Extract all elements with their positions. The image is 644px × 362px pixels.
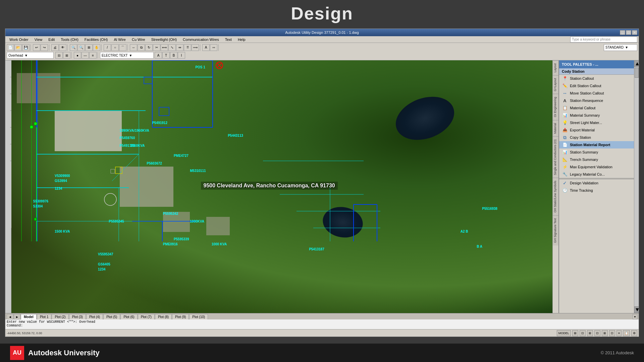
menu-view[interactable]: View — [32, 37, 45, 42]
palette-item-legacy[interactable]: Legacy Material Co... — [559, 171, 634, 178]
menu-edit[interactable]: Edit — [46, 37, 57, 42]
tb-rotate[interactable]: ↻ — [145, 44, 153, 51]
palette-item-time-tracking[interactable]: Time Tracking — [559, 187, 634, 194]
tb-undo[interactable]: ↩ — [33, 44, 40, 51]
map-area[interactable]: POS 1 P5491912 1990KVA/1960KVA P5459760 … — [11, 60, 552, 313]
tb-text-style[interactable]: A — [155, 52, 162, 59]
tab-plot10[interactable]: Plot (10) — [189, 314, 208, 319]
tb-italic[interactable]: I — [178, 52, 185, 59]
tb-line[interactable]: / — [104, 44, 111, 51]
tb-circle[interactable]: ○ — [111, 44, 119, 51]
tb-zoom-all[interactable]: ⊞ — [85, 44, 93, 51]
tb-text-height[interactable]: T — [162, 52, 170, 59]
tb-pan[interactable]: ✋ — [93, 44, 100, 51]
tab-plot1[interactable]: Plot 1 — [37, 314, 52, 319]
side-tab-material[interactable]: Material — [553, 120, 558, 136]
tab-plot6[interactable]: Plot (6) — [120, 314, 137, 319]
palette-item-trench-summary[interactable]: Trench Summary — [559, 156, 634, 163]
tb-zoom-out[interactable]: 🔍 — [77, 44, 85, 51]
tab-plot2[interactable]: Plot (2) — [52, 314, 68, 319]
side-tab-gh-signature[interactable]: GH Signature Text — [553, 215, 558, 245]
tb-mirror[interactable]: ⟺ — [161, 44, 168, 51]
tb-linetype[interactable]: — — [82, 52, 89, 59]
palette-item-edit-station-callout[interactable]: Edit Station Callout — [559, 82, 634, 89]
scrollbar-up-btn[interactable]: ▲ — [634, 60, 639, 67]
tb-open[interactable]: 📂 — [14, 44, 22, 51]
menu-facilities-oh[interactable]: Facilities (OH) — [82, 37, 111, 42]
palette-item-max-equipment[interactable]: Max Equipment Validation — [559, 163, 634, 171]
status-lineweight[interactable]: ≡ — [616, 330, 622, 336]
side-tab-layout[interactable]: Layout — [553, 60, 558, 75]
tb-new[interactable]: 📄 — [7, 44, 14, 51]
electric-text-dropdown[interactable]: ELECTRIC TEXT ▼ — [100, 52, 154, 59]
side-tab-or-engineering[interactable]: Or Engineering — [553, 94, 558, 120]
palette-item-design-validation[interactable]: Design Validation — [559, 179, 634, 187]
tb-move[interactable]: ↔ — [130, 44, 137, 51]
scrollbar-thumb[interactable] — [635, 68, 639, 78]
palette-item-move-station-callout[interactable]: Move Station Callout — [559, 89, 634, 97]
tb-trim[interactable]: ✂ — [153, 44, 160, 51]
tab-plot5[interactable]: Plot (5) — [103, 314, 120, 319]
tb-redo[interactable]: ↪ — [41, 44, 48, 51]
scrollbar-down-btn[interactable]: ▼ — [634, 306, 639, 313]
tb-stretch[interactable]: ⇔ — [176, 44, 183, 51]
status-polar[interactable]: ⊡ — [594, 330, 600, 336]
tab-scroll-right[interactable]: ► — [14, 314, 20, 319]
status-snap[interactable]: ⊡ — [580, 330, 586, 336]
tb-arc[interactable]: ⌒ — [119, 44, 126, 51]
tab-plot4[interactable]: Plot (4) — [86, 314, 103, 319]
tb-copy[interactable]: ⧉ — [138, 44, 145, 51]
tab-more[interactable]: ▼ — [633, 314, 637, 319]
side-tab-g-layout[interactable]: G+Layout — [553, 75, 558, 94]
tb-dim[interactable]: ⇿ — [210, 44, 217, 51]
tb-zoom-in[interactable]: 🔍 — [70, 44, 77, 51]
menu-streetlight-oh[interactable]: Streetlight (OH) — [149, 37, 179, 42]
tb-array[interactable]: ⠿ — [184, 44, 191, 51]
tb-scale[interactable]: ⤡ — [168, 44, 176, 51]
menu-work-order[interactable]: Work Order — [7, 37, 31, 42]
menu-help[interactable]: Help — [235, 37, 248, 42]
tb-offset[interactable]: ⟹ — [192, 44, 199, 51]
toolbar-standard-dropdown[interactable]: STANDARD ▼ — [604, 44, 637, 51]
status-settings[interactable]: ⚙ — [631, 330, 637, 336]
tab-model[interactable]: Model — [21, 314, 37, 319]
status-grid[interactable]: ⊞ — [572, 330, 578, 336]
menu-al-wire[interactable]: Al Wire — [111, 37, 128, 42]
close-button[interactable]: × — [632, 30, 637, 35]
status-otrack[interactable]: ⊡ — [609, 330, 615, 336]
tab-plot9[interactable]: Plot (9) — [172, 314, 189, 319]
palette-item-street-light-mater[interactable]: Street Light Mater... — [559, 119, 634, 126]
side-tab-oh-static[interactable]: OH Static/Line Symbols — [553, 178, 558, 215]
search-box[interactable]: Type a keyword or phrase — [570, 37, 637, 43]
menu-tools-oh[interactable]: Tools (OH) — [58, 37, 81, 42]
tab-scroll-left[interactable]: ◄ — [7, 314, 13, 319]
menu-text[interactable]: Text — [222, 37, 234, 42]
tb-lweight[interactable]: ≡ — [89, 52, 97, 59]
tab-plot3[interactable]: Plot (3) — [69, 314, 86, 319]
tb-layers[interactable]: ⊟ — [55, 52, 63, 59]
menu-cu-wire[interactable]: Cu Wire — [129, 37, 148, 42]
tab-plot8[interactable]: Plot (8) — [155, 314, 172, 319]
palette-item-material-summary[interactable]: Material Summary — [559, 112, 634, 119]
overhead-dropdown[interactable]: Overhead ▼ — [7, 52, 54, 59]
maximize-button[interactable]: □ — [626, 30, 631, 35]
tb-color[interactable]: ● — [74, 52, 81, 59]
status-ortho[interactable]: ⊞ — [587, 330, 593, 336]
menu-communication-wires[interactable]: Communication Wires — [180, 37, 222, 42]
command-area[interactable]: Enter new value for WSCURRENT <"">: Over… — [5, 319, 639, 329]
status-osnap[interactable]: ⊞ — [602, 330, 608, 336]
palette-item-copy-station[interactable]: Copy Station — [559, 134, 634, 141]
palette-item-station-summary[interactable]: Station Summary — [559, 148, 634, 156]
tb-print[interactable]: 🖨 — [51, 44, 59, 51]
tb-preview[interactable]: 👁 — [59, 44, 66, 51]
palette-item-material-callout[interactable]: Material Callout — [559, 104, 634, 112]
minimize-button[interactable]: _ — [620, 30, 625, 35]
palette-item-station-callout[interactable]: Station Callout — [559, 75, 634, 82]
tb-save[interactable]: 💾 — [22, 44, 30, 51]
palette-item-export-material[interactable]: Export Material — [559, 126, 634, 134]
status-model[interactable]: MODEL — [557, 330, 571, 336]
palette-item-station-material-report[interactable]: Station Material Report — [559, 141, 634, 148]
tb-layer-props[interactable]: ⊞ — [63, 52, 70, 59]
tb-bold[interactable]: B — [170, 52, 177, 59]
tab-plot7[interactable]: Plot (7) — [138, 314, 155, 319]
